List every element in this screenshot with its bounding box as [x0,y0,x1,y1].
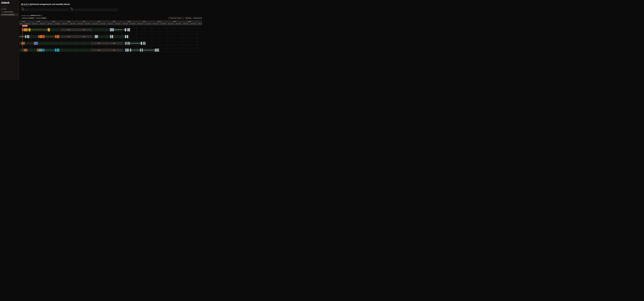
timeline-halfday[interactable]: 00:00 - 11:59 [61,22,69,25]
timeline-halfday[interactable]: 12:00 - 23:59 [39,22,46,25]
flight-pill[interactable]: MRS-LHR [36,42,38,45]
timeline-halfday[interactable]: 12:00 - 23:59 [99,22,106,25]
timeline-day[interactable]: 18 Sep [31,20,46,22]
flight-pill[interactable]: LHR-EDI [143,42,144,45]
timeline-halfday[interactable]: 00:00 - 11:59 [92,22,99,25]
gantt-chart[interactable]: 17 Sep00:00 - 11:5912:00 - 23:5918 Sep00… [19,20,202,52]
flight-pill[interactable]: AMS-LHR [42,35,42,38]
flight-pill[interactable]: AMS-LHR [58,35,60,38]
rank-select[interactable]: CA [70,9,118,11]
flight-pill[interactable]: GLA-LHR [25,35,26,38]
flight-pill[interactable]: LHR-AMS [57,35,58,38]
timeline-day[interactable]: 22 Sep [92,20,106,22]
timeline-halfday[interactable]: 00:00 - 11:59 [76,22,84,25]
flight-pill[interactable]: LHR-LIN [40,48,40,52]
flight-pill[interactable]: TIA-LHR [111,28,112,32]
timeline-day[interactable]: 21 Sep [76,20,92,22]
disable-trip-reconstruction-button[interactable]: Disable trip reconstruction [192,17,202,19]
flight-pill[interactable]: PRG-LHR [96,35,98,38]
flight-pill[interactable]: CDG-LHR [55,48,56,52]
timeline-halfday[interactable]: 12:00 - 23:59 [144,22,152,25]
flight-pill[interactable]: LHR-MRS [35,42,36,45]
flight-pill[interactable]: LHR-TIA [110,28,111,32]
timeline-halfday[interactable]: 12:00 - 23:59 [129,22,137,25]
flight-pill[interactable]: LHR-AMS [40,35,41,38]
flight-pill[interactable]: LHR-ABZ [156,48,158,52]
timeline-halfday[interactable]: 12:00 - 23:59 [114,22,122,25]
flight-pill[interactable]: LHR-MRS [110,35,111,38]
timeline-day[interactable]: 25 Sep [137,20,152,22]
flight-pill[interactable]: LHR-MLA [125,42,126,45]
info-icon[interactable]: i [41,15,43,16]
flight-pill[interactable]: LHR-PRG [95,35,96,38]
timeline-halfday[interactable]: 12:00 - 23:59 [159,22,167,25]
timeline-halfday[interactable]: 12:00 - 23:59 [54,22,61,25]
timeline-halfday[interactable]: 00:00 - 11:59 [182,22,190,25]
timeline-halfday[interactable]: 00:00 - 11:59 [46,22,54,25]
standby-crews-button[interactable]: Standby crews 28 selected [21,17,35,19]
timeline-day[interactable]: 23 Sep [106,20,122,22]
timeline-day[interactable] [197,20,202,22]
timeline-day[interactable]: 19 Sep [46,20,61,22]
ground-block-airport[interactable]: airport [24,49,28,52]
timeline-day[interactable]: 26 Sep [152,20,167,22]
flight-pill[interactable]: LHR-DUS [142,48,143,52]
timeline-day[interactable]: 20 Sep [61,20,76,22]
flight-pill[interactable]: ABZ-LHR [140,48,141,52]
timeline-halfday[interactable]: 00:00 - 11:59 [137,22,144,25]
flight-pill[interactable]: LHR-ATH [28,28,30,32]
flight-pill[interactable]: LIN-LHR [42,48,42,52]
sidebar-item-d0-d1-optimisation[interactable]: D0 & D-1 Optimisation [1,14,18,16]
flight-pill[interactable]: LHR-STR [57,48,58,52]
flight-pill[interactable]: LHR-CDG [44,48,44,52]
flight-pill[interactable]: LHR-ABZ [130,48,131,52]
timeline-halfday[interactable]: 00:00 - 11:59 [152,22,159,25]
flight-pill[interactable]: DUS-LHR [155,48,156,52]
timeline-halfday[interactable]: 00:00 - 11:59 [197,22,202,25]
flight-pill[interactable]: LHR-VCE [128,42,130,45]
timeline-halfday[interactable]: 12:00 - 23:59 [84,22,92,25]
flight-pill[interactable]: LIN-LHR [26,28,28,32]
flight-pill[interactable]: LHR-PRG [125,35,126,38]
flight-pill[interactable]: ATH-LHR [48,28,50,32]
sidebar-item-standby-availability[interactable]: Standby availability [1,10,18,13]
jump-to-now-button[interactable]: Jump to now [168,17,177,19]
sidebar-item-home[interactable]: Home [1,8,18,10]
flight-pill[interactable]: LUX-LHR [28,35,29,38]
flight-pill[interactable]: CPH-LHR [125,28,126,32]
flight-pill[interactable]: LHR-CPH [112,28,114,32]
flight-pill[interactable]: MRS-LHR [112,35,113,38]
flight-pill[interactable]: VCE-LHR [141,42,142,45]
fleet-select[interactable]: 320 [21,9,68,11]
timeline-halfday[interactable]: 12:00 - 23:59 [190,22,197,25]
flight-pill[interactable]: MUC-LHR [55,35,56,38]
flight-pill[interactable]: LHR-LUX [27,35,28,38]
flight-pill[interactable]: EDI-LHR [144,42,146,45]
timeline-day[interactable]: 27 Sep [167,20,182,22]
ground-block-airport[interactable]: airport [21,42,25,45]
timeline-halfday[interactable]: 00:00 - 11:59 [106,22,114,25]
timeline-day[interactable]: 17 Sep [19,20,31,22]
timeline-halfday[interactable]: 00:00 - 11:59 [31,22,39,25]
timeline-halfday[interactable]: 12:00 - 23:59 [24,22,31,25]
open-trips-button[interactable]: Open trips 4 selected [36,17,47,19]
flight-pill[interactable]: ABZ-LHR [158,48,159,52]
flight-pill[interactable]: STR-LHR [58,48,60,52]
timeline-day[interactable]: 24 Sep [122,20,137,22]
settings-button[interactable]: Settings [185,17,192,19]
timeline-halfday[interactable]: 00:00 - 11:59 [19,22,24,25]
flight-pill[interactable]: LHR-LIN [24,28,26,32]
timeline-halfday[interactable]: 00:00 - 11:59 [167,22,174,25]
timeline-halfday[interactable]: 12:00 - 23:59 [69,22,76,25]
flight-pill[interactable]: DUB-LHR [129,28,130,32]
timeline-day[interactable]: 28 Sep [182,20,197,22]
flight-pill[interactable]: PRG-LHR [127,35,128,38]
timeline-halfday[interactable]: 00:00 - 11:59 [122,22,129,25]
flight-pill[interactable]: BER-LHR [127,48,128,52]
flight-pill[interactable]: LHR-BER [126,48,126,52]
flight-pill[interactable]: MLA-LHR [126,42,128,45]
view-mode-select[interactable]: Overview [176,17,184,19]
timeline-halfday[interactable]: 12:00 - 23:59 [174,22,182,25]
flight-pill[interactable]: LHR-MUC [43,35,44,38]
flight-pill[interactable]: LHR-DUB [128,28,128,32]
